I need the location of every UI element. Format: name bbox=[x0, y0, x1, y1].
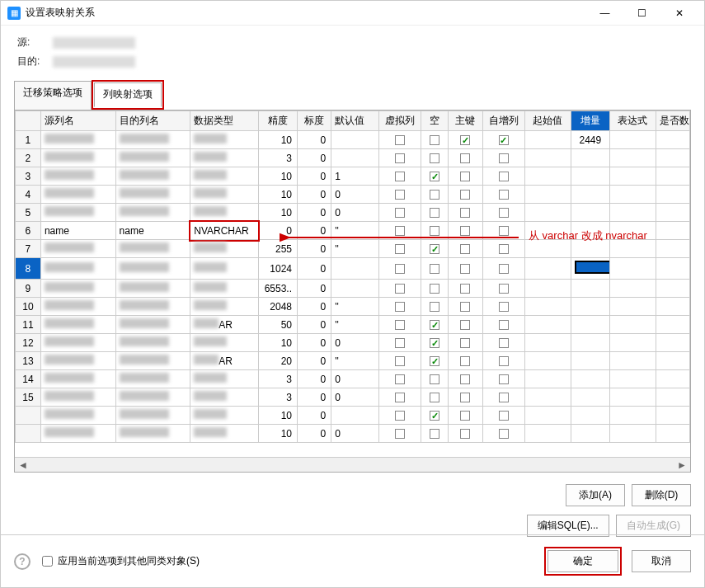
cell-src[interactable] bbox=[40, 240, 115, 258]
cell-incr[interactable] bbox=[571, 186, 609, 204]
cell-rownum[interactable]: 12 bbox=[16, 334, 41, 352]
cell-expr[interactable] bbox=[610, 131, 656, 149]
cell-start[interactable] bbox=[525, 258, 571, 280]
cell-virtual[interactable] bbox=[378, 258, 421, 280]
cell-expr[interactable] bbox=[610, 352, 656, 370]
close-button[interactable]: ✕ bbox=[660, 1, 698, 26]
table-row[interactable]: 100 bbox=[16, 407, 690, 425]
cell-prec[interactable]: 2048 bbox=[258, 298, 297, 316]
cell-rownum[interactable]: 9 bbox=[16, 280, 41, 298]
cell-src[interactable] bbox=[40, 425, 115, 443]
cell-autoinc[interactable] bbox=[482, 131, 525, 149]
cell-virtual[interactable] bbox=[378, 370, 421, 388]
cell-dtype[interactable] bbox=[190, 186, 258, 204]
cell-incr[interactable] bbox=[571, 388, 609, 407]
cell-scale[interactable]: 0 bbox=[298, 258, 331, 280]
cell-dst[interactable] bbox=[115, 334, 190, 352]
cell-scale[interactable]: 0 bbox=[298, 204, 331, 222]
cell-default[interactable] bbox=[331, 149, 379, 167]
cell-virtual[interactable] bbox=[378, 149, 421, 167]
col-precision[interactable]: 精度 bbox=[258, 111, 297, 131]
cell-dst[interactable] bbox=[115, 388, 190, 407]
cell-pk[interactable] bbox=[449, 149, 482, 167]
cell-default[interactable]: 0 bbox=[331, 334, 379, 352]
cell-expr[interactable] bbox=[610, 334, 656, 352]
cell-virtual[interactable] bbox=[378, 388, 421, 407]
cell-incr[interactable] bbox=[571, 204, 609, 222]
cell-virtual[interactable] bbox=[378, 204, 421, 222]
cell-src[interactable] bbox=[40, 352, 115, 370]
cell-pk[interactable] bbox=[449, 204, 482, 222]
cell-dtype[interactable] bbox=[190, 131, 258, 149]
cell-src[interactable] bbox=[40, 258, 115, 280]
cell-scale[interactable]: 0 bbox=[298, 425, 331, 443]
cell-isnum[interactable] bbox=[656, 149, 689, 167]
cell-pk[interactable] bbox=[449, 258, 482, 280]
cell-pk[interactable] bbox=[449, 186, 482, 204]
cell-pk[interactable] bbox=[449, 131, 482, 149]
cell-isnum[interactable] bbox=[656, 352, 689, 370]
cell-default[interactable]: 0 bbox=[331, 186, 379, 204]
cell-incr[interactable]: 2449 bbox=[571, 131, 609, 149]
cell-prec[interactable]: 10 bbox=[258, 334, 297, 352]
cell-incr[interactable] bbox=[571, 258, 609, 280]
cell-src[interactable] bbox=[40, 334, 115, 352]
cell-pk[interactable] bbox=[449, 167, 482, 186]
cell-dtype[interactable] bbox=[190, 298, 258, 316]
cell-expr[interactable] bbox=[610, 186, 656, 204]
cell-null[interactable] bbox=[421, 258, 449, 280]
cell-src[interactable] bbox=[40, 298, 115, 316]
cell-dst[interactable] bbox=[115, 370, 190, 388]
cell-scale[interactable]: 0 bbox=[298, 298, 331, 316]
cell-start[interactable] bbox=[525, 149, 571, 167]
cell-incr[interactable] bbox=[571, 316, 609, 334]
col-scale[interactable]: 标度 bbox=[298, 111, 331, 131]
cell-rownum[interactable]: 10 bbox=[16, 298, 41, 316]
cell-scale[interactable]: 0 bbox=[298, 407, 331, 425]
cell-autoinc[interactable] bbox=[482, 298, 525, 316]
cell-dtype[interactable] bbox=[190, 167, 258, 186]
cell-scale[interactable]: 0 bbox=[298, 352, 331, 370]
cell-dst[interactable] bbox=[115, 407, 190, 425]
col-pk[interactable]: 主键 bbox=[449, 111, 482, 131]
cell-scale[interactable]: 0 bbox=[298, 167, 331, 186]
cell-dtype[interactable] bbox=[190, 425, 258, 443]
cell-null[interactable] bbox=[421, 280, 449, 298]
scroll-left-icon[interactable]: ◄ bbox=[16, 459, 30, 471]
cell-default[interactable]: 0 bbox=[331, 425, 379, 443]
table-row[interactable]: 230 bbox=[16, 149, 690, 167]
cell-dtype[interactable] bbox=[190, 280, 258, 298]
cell-null[interactable] bbox=[421, 334, 449, 352]
cell-autoinc[interactable] bbox=[482, 222, 525, 240]
cell-prec[interactable]: 255 bbox=[258, 240, 297, 258]
cell-null[interactable] bbox=[421, 425, 449, 443]
cell-virtual[interactable] bbox=[378, 425, 421, 443]
cell-dst[interactable] bbox=[115, 149, 190, 167]
cell-pk[interactable] bbox=[449, 352, 482, 370]
col-dtype[interactable]: 数据类型 bbox=[190, 111, 258, 131]
cell-isnum[interactable] bbox=[656, 131, 689, 149]
cell-null[interactable] bbox=[421, 407, 449, 425]
cell-default[interactable]: 0 bbox=[331, 204, 379, 222]
cell-expr[interactable] bbox=[610, 388, 656, 407]
table-row[interactable]: 1000 bbox=[16, 425, 690, 443]
cell-isnum[interactable] bbox=[656, 425, 689, 443]
table-row[interactable]: 72550'' bbox=[16, 240, 690, 258]
cell-isnum[interactable] bbox=[656, 258, 689, 280]
cell-dtype[interactable] bbox=[190, 388, 258, 407]
cell-incr[interactable] bbox=[571, 240, 609, 258]
cell-dtype[interactable] bbox=[190, 407, 258, 425]
cell-autoinc[interactable] bbox=[482, 167, 525, 186]
cell-rownum[interactable]: 11 bbox=[16, 316, 41, 334]
cell-pk[interactable] bbox=[449, 334, 482, 352]
cell-default[interactable] bbox=[331, 407, 379, 425]
cell-dst[interactable]: name bbox=[115, 222, 190, 240]
cell-src[interactable]: name bbox=[40, 222, 115, 240]
cell-scale[interactable]: 0 bbox=[298, 370, 331, 388]
col-default[interactable]: 默认值 bbox=[331, 111, 379, 131]
cell-prec[interactable]: 20 bbox=[258, 352, 297, 370]
cell-rownum[interactable]: 8 bbox=[16, 258, 41, 280]
cell-autoinc[interactable] bbox=[482, 258, 525, 280]
cell-expr[interactable] bbox=[610, 149, 656, 167]
cell-default[interactable] bbox=[331, 280, 379, 298]
